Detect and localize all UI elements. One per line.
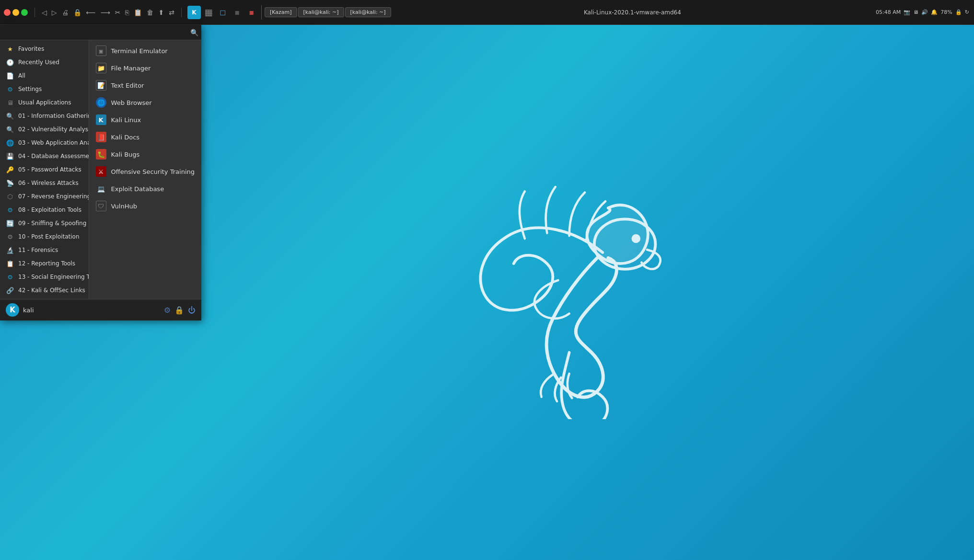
lock-screen-icon[interactable]: 🔒 — [174, 306, 184, 315]
time-display: 05:48 AM — [876, 9, 901, 15]
sidebar-item-10[interactable]: ⚙ 10 - Post Exploitation — [0, 230, 89, 243]
topbar: ◁ ▷ 🖨 🔒 ⟵ ⟶ ✂ ⎘ 📋 🗑 ⬆ ⇄ K ▦ ◻ ▪ ▪ [Kazam… — [0, 0, 974, 25]
camera-icon: 📷 — [904, 9, 910, 15]
info-gathering-icon: 🔍 — [6, 112, 14, 120]
terminal-window-2[interactable]: [kali@kali: ~] — [345, 7, 391, 17]
close-button[interactable] — [4, 9, 11, 16]
sidebar-item-04[interactable]: 💾 04 - Database Assessment — [0, 149, 89, 163]
pin-divider — [261, 5, 262, 20]
forward-icon[interactable]: ▷ — [50, 8, 59, 17]
sidebar-item-13[interactable]: ⚙ 13 - Social Engineering Tools — [0, 270, 89, 284]
taskbar-pinned-icons: K ▦ ◻ ▪ ▪ [Kazam] [kali@kali: ~] [kali@k… — [185, 5, 394, 20]
delete-icon[interactable]: 🗑 — [145, 8, 155, 17]
menu-left-panel: ★ Favorites 🕐 Recently Used 📄 All ⚙ Sett… — [0, 40, 89, 299]
exploit-db-app-icon: 💻 — [96, 183, 106, 194]
footer-action-icons: ⚙ 🔒 ⏻ — [164, 306, 196, 315]
sidebar-item-08[interactable]: ⚙ 08 - Exploitation Tools — [0, 203, 89, 217]
left-icon[interactable]: ⟵ — [84, 8, 98, 17]
vuln-analysis-icon: 🔍 — [6, 125, 14, 134]
sidebar-item-09[interactable]: 🔄 09 - Sniffing & Spoofing — [0, 217, 89, 230]
window-title: Kali-Linux-2020.1-vmware-amd64 — [394, 9, 871, 16]
battery-display: 78% — [940, 9, 952, 15]
volume-icon: 🔊 — [921, 9, 928, 15]
browser-icon[interactable]: ◻ — [216, 6, 230, 19]
sidebar-item-42[interactable]: 🔗 42 - Kali & OffSec Links — [0, 284, 89, 297]
svg-point-1 — [632, 235, 639, 242]
reverse-eng-icon: ⬡ — [6, 192, 14, 201]
cut-icon[interactable]: ✂ — [113, 8, 123, 17]
sidebar-item-recently-used[interactable]: 🕐 Recently Used — [0, 56, 89, 69]
search-input[interactable] — [3, 27, 190, 38]
status-bar: 05:48 AM 📷 🖥 🔊 🔔 78% 🔒 ↻ — [871, 9, 974, 15]
menu-item-text-editor[interactable]: 📝 Text Editor — [89, 77, 201, 94]
sidebar-item-03[interactable]: 🌐 03 - Web Application Analysis — [0, 136, 89, 149]
menu-item-terminal[interactable]: ▣ Terminal Emulator — [89, 42, 201, 59]
sidebar-item-02[interactable]: 🔍 02 - Vulnerability Analysis — [0, 123, 89, 136]
kali-docs-app-icon: 📕 — [96, 132, 106, 142]
toolbar: ◁ ▷ 🖨 🔒 ⟵ ⟶ ✂ ⎘ 📋 🗑 ⬆ ⇄ — [35, 8, 182, 17]
sidebar-item-usual-apps[interactable]: 🖥 Usual Applications — [0, 96, 89, 109]
menu-item-offensive-security[interactable]: ⚔ Offensive Security Training — [89, 163, 201, 180]
copy-icon[interactable]: ⎘ — [123, 8, 131, 17]
arrows-icon[interactable]: ⇄ — [167, 8, 176, 17]
bell-icon: 🔔 — [931, 9, 938, 15]
kazam-window[interactable]: [Kazam] — [265, 7, 297, 17]
lock-status-icon: 🔒 — [955, 9, 962, 15]
file-manager-app-icon: 📁 — [96, 63, 106, 73]
user-settings-icon[interactable]: ⚙ — [164, 306, 171, 315]
menu-item-kali-docs[interactable]: 📕 Kali Docs — [89, 128, 201, 146]
menu-item-kali-bugs[interactable]: 🐛 Kali Bugs — [89, 146, 201, 163]
sidebar-item-settings[interactable]: ⚙ Settings — [0, 82, 89, 96]
window-controls — [0, 9, 32, 16]
menu-body: ★ Favorites 🕐 Recently Used 📄 All ⚙ Sett… — [0, 40, 201, 299]
export-icon[interactable]: ⬆ — [156, 8, 166, 17]
power-icon[interactable]: ⏻ — [188, 306, 196, 315]
menu-item-exploit-db[interactable]: 💻 Exploit Database — [89, 180, 201, 197]
menu-footer: K kali ⚙ 🔒 ⏻ — [0, 299, 201, 320]
sidebar-item-favorites[interactable]: ★ Favorites — [0, 42, 89, 56]
print-icon[interactable]: 🖨 — [60, 8, 70, 17]
sniffing-icon: 🔄 — [6, 219, 14, 228]
sidebar-item-all[interactable]: 📄 All — [0, 69, 89, 82]
forensics-icon: 🔬 — [6, 246, 14, 254]
sidebar-item-07[interactable]: ⬡ 07 - Reverse Engineering — [0, 190, 89, 203]
paste-icon[interactable]: 📋 — [132, 8, 144, 17]
sidebar-item-12[interactable]: 📋 12 - Reporting Tools — [0, 257, 89, 270]
vulnhub-app-icon: 🛡 — [96, 201, 106, 211]
exploitation-icon: ⚙ — [6, 206, 14, 214]
menu-item-kali-linux[interactable]: K Kali Linux — [89, 111, 201, 128]
post-exploit-icon: ⚙ — [6, 232, 14, 241]
terminal-icon[interactable]: ▪ — [231, 6, 244, 19]
kali-icon[interactable]: K — [187, 6, 201, 19]
search-icon: 🔍 — [190, 29, 198, 36]
kali-links-icon: 🔗 — [6, 286, 14, 295]
all-icon: 📄 — [6, 71, 14, 80]
password-attacks-icon: 🔑 — [6, 165, 14, 174]
terminal-app-icon: ▣ — [96, 46, 106, 56]
sidebar-item-01[interactable]: 🔍 01 - Information Gathering — [0, 109, 89, 123]
menu-right-panel: ▣ Terminal Emulator 📁 File Manager 📝 Tex… — [89, 40, 201, 299]
terminal-window-1[interactable]: [kali@kali: ~] — [298, 7, 344, 17]
search-bar: 🔍 — [0, 25, 201, 40]
sidebar-item-11[interactable]: 🔬 11 - Forensics — [0, 243, 89, 257]
kali-user-logo: K — [6, 303, 19, 317]
db-assessment-icon: 💾 — [6, 152, 14, 160]
extra-icon[interactable]: ▪ — [245, 6, 258, 19]
menu-item-file-manager[interactable]: 📁 File Manager — [89, 59, 201, 77]
files-icon[interactable]: ▦ — [202, 6, 215, 19]
display-icon: 🖥 — [913, 9, 918, 15]
right-icon[interactable]: ⟶ — [99, 8, 112, 17]
sidebar-item-06[interactable]: 📡 06 - Wireless Attacks — [0, 176, 89, 190]
social-eng-icon: ⚙ — [6, 273, 14, 281]
menu-item-vulnhub[interactable]: 🛡 VulnHub — [89, 197, 201, 215]
kali-dragon-logo — [392, 141, 680, 419]
web-app-icon: 🌐 — [6, 138, 14, 147]
sidebar-item-05[interactable]: 🔑 05 - Password Attacks — [0, 163, 89, 176]
minimize-button[interactable] — [12, 9, 19, 16]
maximize-button[interactable] — [21, 9, 28, 16]
web-browser-app-icon: 🌐 — [96, 97, 106, 108]
back-icon[interactable]: ◁ — [40, 8, 49, 17]
app-menu: 🔍 ★ Favorites 🕐 Recently Used 📄 All ⚙ Se… — [0, 25, 201, 320]
menu-item-web-browser[interactable]: 🌐 Web Browser — [89, 94, 201, 111]
lock-icon[interactable]: 🔒 — [71, 8, 83, 17]
